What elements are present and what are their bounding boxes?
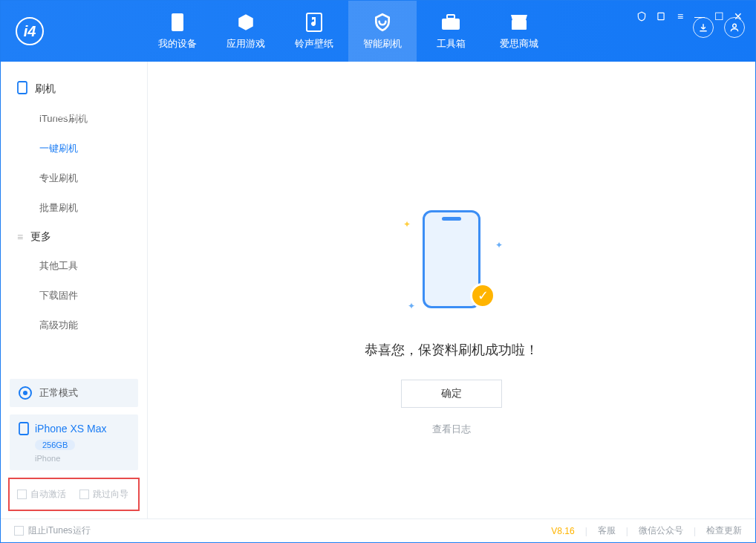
status-dot-icon: [19, 386, 32, 400]
checkbox-icon: [79, 490, 89, 499]
main-content: ✦ ✦ ✦ ✓ 恭喜您，保资料刷机成功啦！ 确定 查看日志: [148, 62, 755, 518]
device-card[interactable]: iPhone XS Max 256GB iPhone: [10, 414, 138, 470]
section-title: 更多: [30, 230, 51, 244]
svg-rect-7: [18, 82, 27, 94]
status-text: 正常模式: [39, 386, 78, 400]
device-icon: [171, 12, 184, 33]
footer-link-wechat[interactable]: 微信公众号: [639, 524, 683, 537]
checkbox-icon: [14, 526, 24, 536]
body: 刷机 iTunes刷机 一键刷机 专业刷机 批量刷机 ≡ 更多 其他工具 下载固…: [1, 62, 755, 518]
checkbox-label: 自动激活: [30, 488, 66, 501]
device-storage: 256GB: [35, 440, 75, 450]
spark-icon: ✦: [403, 219, 411, 230]
music-icon: [306, 12, 322, 33]
device-name: iPhone XS Max: [35, 423, 107, 435]
store-icon: [509, 12, 529, 33]
sidebar-item-pro[interactable]: 专业刷机: [1, 163, 147, 193]
section-more: ≡ 更多: [1, 223, 147, 251]
menu-icon[interactable]: ≡: [674, 10, 687, 23]
version-label: V8.16: [551, 526, 574, 536]
skin-icon[interactable]: [654, 10, 668, 23]
nav-label: 工具箱: [437, 37, 466, 51]
success-message: 恭喜您，保资料刷机成功啦！: [365, 341, 538, 359]
divider: |: [694, 526, 696, 536]
sidebar-item-othertools[interactable]: 其他工具: [1, 251, 147, 281]
device-type: iPhone: [35, 454, 129, 463]
phone-icon: [17, 81, 27, 97]
nav-label: 应用游戏: [227, 37, 265, 51]
section-flash: 刷机: [1, 74, 147, 104]
nav-tab-device[interactable]: 我的设备: [143, 1, 212, 62]
svg-rect-4: [447, 15, 454, 19]
svg-point-6: [733, 24, 737, 27]
cube-icon: [236, 12, 255, 33]
toolbox-icon: [441, 12, 460, 33]
divider: |: [626, 526, 628, 536]
sidebar: 刷机 iTunes刷机 一键刷机 专业刷机 批量刷机 ≡ 更多 其他工具 下载固…: [1, 62, 148, 518]
nav-tab-flash[interactable]: 智能刷机: [348, 1, 417, 62]
device-icon: [19, 422, 29, 435]
svg-rect-0: [658, 13, 664, 19]
sidebar-item-advanced[interactable]: 高级功能: [1, 310, 147, 340]
checkbox-icon: [17, 490, 27, 499]
app-url: www.i4.cn: [51, 111, 120, 120]
svg-rect-5: [512, 20, 527, 30]
nav-tabs: 我的设备 应用游戏 铃声壁纸 智能刷机 工具箱 爱思商城: [143, 1, 553, 62]
nav-label: 铃声壁纸: [295, 37, 333, 51]
svg-rect-1: [172, 13, 183, 31]
divider: |: [585, 526, 587, 536]
footer: 阻止iTunes运行 V8.16 | 客服 | 微信公众号 | 检查更新: [1, 518, 755, 542]
sidebar-item-batch[interactable]: 批量刷机: [1, 193, 147, 223]
highlighted-options: 自动激活 跳过向导: [8, 478, 140, 511]
spark-icon: ✦: [408, 301, 415, 311]
list-icon: ≡: [17, 231, 23, 243]
checkbox-auto-activate[interactable]: 自动激活: [17, 488, 66, 501]
nav-tab-apps[interactable]: 应用游戏: [212, 1, 280, 62]
spark-icon: ✦: [495, 240, 503, 250]
checkbox-skip-wizard[interactable]: 跳过向导: [79, 488, 128, 501]
app-window: ≡ — ☐ ✕ i4 爱思助手 www.i4.cn 我的设备 应用游戏 铃声壁纸: [0, 0, 756, 543]
sidebar-item-oneclick[interactable]: 一键刷机: [1, 134, 147, 163]
maximize-icon[interactable]: ☐: [712, 10, 726, 23]
minimize-icon[interactable]: —: [693, 10, 706, 23]
checkbox-label: 跳过向导: [93, 488, 128, 501]
nav-label: 我的设备: [158, 37, 197, 51]
view-log-link[interactable]: 查看日志: [432, 423, 471, 436]
nav-tab-toolbox[interactable]: 工具箱: [417, 1, 485, 62]
section-title: 刷机: [35, 82, 56, 96]
nav-label: 爱思商城: [500, 37, 538, 51]
footer-link-update[interactable]: 检查更新: [706, 524, 742, 537]
theme-icon[interactable]: [635, 10, 648, 23]
refresh-icon: [373, 12, 392, 33]
sidebar-item-firmware[interactable]: 下载固件: [1, 281, 147, 310]
svg-rect-8: [19, 423, 28, 435]
nav-label: 智能刷机: [363, 37, 402, 51]
svg-rect-3: [442, 19, 460, 30]
footer-link-support[interactable]: 客服: [598, 524, 616, 537]
close-icon[interactable]: ✕: [731, 10, 745, 23]
success-illustration: ✦ ✦ ✦ ✓: [403, 210, 500, 314]
nav-tab-ringtones[interactable]: 铃声壁纸: [280, 1, 348, 62]
logo-icon: i4: [16, 17, 44, 45]
device-status[interactable]: 正常模式: [10, 379, 138, 407]
checkbox-label: 阻止iTunes运行: [28, 524, 91, 537]
titlebar-controls: ≡ — ☐ ✕: [635, 10, 745, 23]
success-check-icon: ✓: [470, 283, 495, 308]
nav-tab-store[interactable]: 爱思商城: [485, 1, 553, 62]
confirm-button[interactable]: 确定: [401, 380, 502, 408]
checkbox-block-itunes[interactable]: 阻止iTunes运行: [14, 524, 91, 537]
